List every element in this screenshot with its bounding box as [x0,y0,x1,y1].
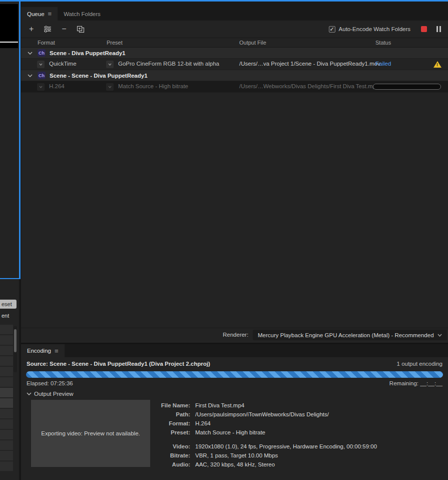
panel-menu-icon[interactable]: ≡ [48,10,52,18]
chevron-down-icon [437,334,442,337]
stop-queue-button[interactable] [421,26,427,32]
encoding-panel: Encoding ≡ Source: Scene - Scene - Diva … [21,344,448,480]
list-item[interactable] [0,440,13,451]
queue-toolbar: + − [21,21,448,38]
elapsed-time: Elapsed: 07:25:36 [27,380,73,386]
add-source-button[interactable]: + [29,25,34,33]
warning-icon[interactable] [433,61,441,68]
encoding-times-row: Elapsed: 07:25:36 Remaining: __:__:__ [21,378,448,389]
list-item[interactable] [0,377,13,388]
list-item[interactable] [0,451,13,461]
item-preset: Match Source - High bitrate [118,83,188,89]
list-item[interactable] [0,335,13,346]
detail-row-format: Format:H.264 [158,419,377,428]
panel-focus-border-top [0,0,448,2]
list-item[interactable] [0,398,13,409]
encoding-source-row: Source: Scene - Scene - Diva PuppetReady… [21,357,448,370]
list-item[interactable] [0,461,13,472]
list-item[interactable] [0,325,13,335]
queue-tabstrip: Queue ≡ Watch Folders [21,2,448,21]
column-preset: Preset [107,40,123,46]
chevron-down-icon[interactable] [28,74,33,77]
left-panel-sliver: eset ent [0,2,19,480]
renderer-label: Renderer: [223,332,248,338]
media-encoder-window: eset ent Queue ≡ [0,0,448,480]
queue-item-row[interactable]: QuickTime GoPro CineForm RGB 12-bit with… [21,59,448,70]
auto-encode-checkbox-group[interactable]: ✓ Auto-Encode Watch Folders [329,26,410,33]
panel-menu-icon[interactable]: ≡ [55,347,59,355]
item-output-file[interactable]: /Users/…va Project 1/Scene - Diva Puppet… [239,61,380,67]
panel-focus-border-corner [0,278,21,279]
encoding-content: Exporting video: Preview not available. … [21,399,448,469]
detail-row-preset: Preset:Match Source - High bitrate [158,428,377,437]
item-preset[interactable]: GoPro CineForm RGB 12-bit with alpha [118,61,219,67]
queue-group-row[interactable]: Ch Scene - Scene - Diva PuppetReady1 [21,70,448,81]
list-item[interactable] [0,346,13,356]
tab-watch-folders[interactable]: Watch Folders [58,7,107,21]
preview-message: Exporting video: Preview not available. [41,430,140,436]
duplicate-icon[interactable] [77,26,85,33]
list-item[interactable] [0,356,13,367]
encoding-details: File Name:First Diva Test.mp4 Path:/User… [158,400,377,469]
renderer-dropdown[interactable]: Mercury Playback Engine GPU Acceleration… [253,330,447,340]
preset-chip-cutoff[interactable]: eset [0,300,17,309]
column-format: Format [38,40,55,46]
detail-row-path: Path:/Users/paulsimpson/iTownWebworks/Di… [158,410,377,419]
detail-row-audio: Audio:AAC, 320 kbps, 48 kHz, Stereo [158,460,377,469]
remove-button[interactable]: − [62,25,66,33]
detail-row-bitrate: Bitrate:VBR, 1 pass, Target 10.00 Mbps [158,451,377,460]
item-status-failed[interactable]: Failed [375,61,391,67]
encoding-progress-bar [26,371,443,378]
list-item[interactable] [0,409,13,419]
queue-toolbar-right: ✓ Auto-Encode Watch Folders [329,21,441,38]
playhead-line [0,42,18,43]
detail-row-video: Video:1920x1080 (1.0), 24 fps, Progressi… [158,442,377,451]
item-format: H.264 [49,83,65,89]
format-dropdown[interactable] [37,61,45,68]
queue-group-title: Scene - Scene - Diva PuppetReady1 [50,73,148,79]
tab-encoding-label: Encoding [27,348,51,354]
renderer-row: Renderer: Mercury Playback Engine GPU Ac… [21,328,448,341]
item-format[interactable]: QuickTime [49,61,77,67]
character-animator-icon: Ch [38,49,46,57]
queue-item-row-encoding[interactable]: H.264 Match Source - High bitrate /Users… [21,81,448,93]
tab-encoding[interactable]: Encoding ≡ [21,344,65,357]
detail-row-file-name: File Name:First Diva Test.mp4 [158,401,377,410]
item-progress-bar [373,84,441,90]
format-dropdown [37,83,45,91]
output-encoding-count: 1 output encoding [397,361,442,367]
column-status: Status [375,40,391,46]
comment-label-cutoff: ent [2,313,9,319]
auto-encode-label: Auto-Encode Watch Folders [339,26,410,32]
queue-column-headers: Format Preset Output File Status [21,38,448,48]
remaining-time: Remaining: __:__:__ [389,380,442,386]
column-output-file: Output File [239,40,266,46]
add-output-settings-icon[interactable] [44,26,52,33]
auto-encode-checkbox[interactable]: ✓ [329,26,335,33]
chevron-down-icon[interactable] [28,52,33,55]
queue-panel: Queue ≡ Watch Folders + − [21,2,448,343]
queue-group-title: Scene - Diva PuppetReady1 [50,50,125,56]
preview-monitor-corner [0,4,18,48]
panel-divider[interactable] [19,279,21,480]
panel-focus-border-left [19,0,21,279]
scrollbar[interactable] [14,326,17,372]
preset-dropdown[interactable] [106,61,114,68]
output-preview-frame: Exporting video: Preview not available. [31,400,150,467]
pause-queue-button[interactable] [436,26,441,32]
encoding-tabstrip: Encoding ≡ [21,344,448,357]
chevron-down-icon [27,392,32,395]
list-item[interactable] [0,430,13,440]
preset-browser-list-cutoff[interactable] [0,325,13,480]
renderer-value: Mercury Playback Engine GPU Acceleration… [258,332,434,338]
item-output-file: /Users/…Webworks/Divas Delights/First Di… [239,83,379,89]
preset-dropdown [106,83,114,91]
scrollbar-thumb[interactable] [14,329,17,352]
queue-group-row[interactable]: Ch Scene - Diva PuppetReady1 [21,48,448,59]
list-item[interactable] [0,367,13,377]
encoding-source: Source: Scene - Scene - Diva PuppetReady… [27,361,210,367]
list-item[interactable] [0,419,13,430]
list-item[interactable] [0,388,13,398]
tab-queue[interactable]: Queue ≡ [21,7,58,21]
output-preview-header[interactable]: Output Preview [21,389,448,399]
